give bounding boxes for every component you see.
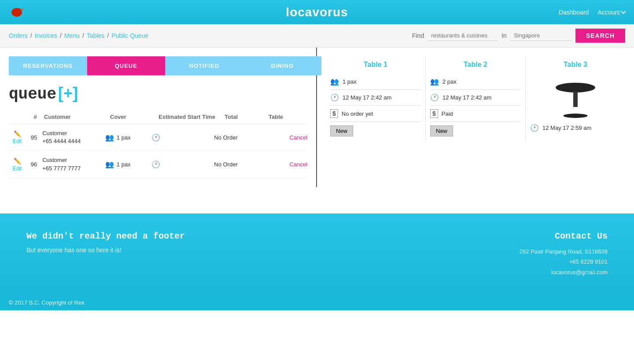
row-total-2: No Order xyxy=(214,161,256,168)
logo xyxy=(9,4,26,21)
table-1-col: Table 1 👥 1 pax 🕐 12 May 17 2:42 am $ No… xyxy=(326,56,426,141)
dollar-icon: $ xyxy=(430,109,438,118)
breadcrumb-invoices[interactable]: Invoices xyxy=(35,32,57,39)
footer-left: We didn't really need a footer But every… xyxy=(26,231,185,277)
svg-point-2 xyxy=(18,8,21,11)
contact-heading: Contact Us xyxy=(520,231,608,241)
find-label: Find xyxy=(412,32,424,39)
col-total-header: Total xyxy=(225,114,269,120)
right-panel: Table 1 👥 1 pax 🕐 12 May 17 2:42 am $ No… xyxy=(317,48,634,187)
people-icon: 👥 xyxy=(330,77,339,86)
clock-icon: 🕐 xyxy=(330,93,339,102)
table-2-pax-row: 👥 2 pax xyxy=(430,74,521,90)
search-button[interactable]: SEARCH xyxy=(575,29,625,43)
table-2-pax: 2 pax xyxy=(442,78,457,85)
account-label: Account xyxy=(597,9,620,16)
table-2-col: Table 2 👥 2 pax 🕐 12 May 17 2:42 am $ Pa… xyxy=(426,56,526,141)
table-1-status: No order yet xyxy=(342,110,373,117)
svg-marker-3 xyxy=(21,8,24,11)
people-icon: 👥 xyxy=(430,77,439,86)
dashboard-link[interactable]: Dashboard xyxy=(559,9,589,16)
left-panel: RESERVATIONS QUEUE NOTIFIED DINING Queue… xyxy=(0,48,317,187)
clock-icon: 🕐 xyxy=(151,160,160,169)
clock-icon: 🕐 xyxy=(530,124,539,132)
table-3-time-row: 🕐 12 May 17 2:59 am xyxy=(530,120,621,136)
footer-heading: We didn't really need a footer xyxy=(26,231,185,241)
tabs: RESERVATIONS QUEUE NOTIFIED DINING xyxy=(9,56,321,75)
tab-dining[interactable]: DINING xyxy=(243,56,322,75)
logo-bird-icon xyxy=(9,4,26,21)
dollar-icon: $ xyxy=(330,109,338,118)
table-3-time: 12 May 17 2:59 am xyxy=(542,125,591,131)
queue-table-header: # Customer Cover Estimated Start Time To… xyxy=(9,110,307,124)
edit-label-2: Edit xyxy=(13,165,22,172)
edit-button-2[interactable]: ✏️ Edit xyxy=(9,158,26,172)
edit-button-1[interactable]: ✏️ Edit xyxy=(9,130,26,144)
table-row: ✏️ Edit 95 Customer +65 4444 4444 👥 1 pa… xyxy=(9,124,307,151)
row-cover-1: 👥 1 pax xyxy=(105,133,151,142)
table-3-col: Table 3 🕐 12 May 17 2:59 am xyxy=(526,56,625,141)
row-total-1: No Order xyxy=(214,134,256,141)
copyright: © 2017 B.C. Copyright of Rex xyxy=(0,295,634,310)
table-row: ✏️ Edit 96 Customer +65 7777 7777 👥 1 pa… xyxy=(9,151,307,178)
search-controls: Find In SEARCH xyxy=(412,29,625,43)
account-menu[interactable]: Account xyxy=(597,9,625,16)
cancel-button-2[interactable]: Cancel xyxy=(290,161,307,168)
table-2-time-row: 🕐 12 May 17 2:42 am xyxy=(430,90,521,106)
breadcrumb-tables[interactable]: Tables xyxy=(87,32,104,39)
col-cover-header: Cover xyxy=(110,114,158,120)
table-stem xyxy=(573,92,578,107)
footer-right: Contact Us 262 Pasir Panjang Road, S1186… xyxy=(520,231,608,277)
col-num-header: # xyxy=(26,114,44,120)
breadcrumb: Orders / Invoices / Menu / Tables / Publ… xyxy=(9,32,408,39)
contact-phone: +65 8228 9101 xyxy=(520,257,608,267)
table-2-name: Table 2 xyxy=(430,61,521,69)
contact-email: locavorus@gmail.com xyxy=(520,267,608,277)
table-2-new-button[interactable]: New xyxy=(430,125,453,136)
header: locavorus Dashboard Account xyxy=(0,0,634,24)
footer: We didn't really need a footer But every… xyxy=(0,213,634,295)
table-2-time: 12 May 17 2:42 am xyxy=(442,94,491,101)
table-visual xyxy=(530,74,621,120)
row-cover-2: 👥 1 pax xyxy=(105,160,151,169)
pencil-icon: ✏️ xyxy=(14,158,21,165)
tab-reservations[interactable]: RESERVATIONS xyxy=(9,56,87,75)
tab-notified[interactable]: NOTIFIED xyxy=(165,56,243,75)
copyright-text: © 2017 B.C. Copyright of Rex xyxy=(9,299,84,306)
edit-label-1: Edit xyxy=(13,138,22,144)
row-time-2: 🕐 xyxy=(151,160,214,169)
search-input[interactable] xyxy=(428,30,498,41)
table-1-pax: 1 pax xyxy=(343,78,357,85)
table-1-new-button[interactable]: New xyxy=(330,125,353,136)
people-icon: 👥 xyxy=(105,160,114,169)
table-2-status-row: $ Paid xyxy=(430,106,521,122)
cancel-button-1[interactable]: Cancel xyxy=(290,134,307,141)
table-1-time-row: 🕐 12 May 17 2:42 am xyxy=(330,90,421,106)
table-1-time: 12 May 17 2:42 am xyxy=(343,94,391,101)
col-customer-header: Customer xyxy=(44,114,110,120)
table-3-name: Table 3 xyxy=(530,61,621,69)
table-1-pax-row: 👥 1 pax xyxy=(330,74,421,90)
col-table-header: Table xyxy=(269,114,304,120)
table-3d-icon xyxy=(553,78,597,118)
breadcrumb-menu[interactable]: Menu xyxy=(64,32,80,39)
row-customer-1: Customer +65 4444 4444 xyxy=(42,129,105,145)
row-num-2: 96 xyxy=(26,161,42,168)
footer-subtext: But everyone has one so here it is! xyxy=(26,246,185,254)
account-chevron-icon xyxy=(621,9,626,14)
clock-icon: 🕐 xyxy=(430,93,439,102)
search-bar: Orders / Invoices / Menu / Tables / Publ… xyxy=(0,24,634,48)
people-icon: 👥 xyxy=(105,133,114,142)
row-num-1: 95 xyxy=(26,134,42,141)
tables-grid: Table 1 👥 1 pax 🕐 12 May 17 2:42 am $ No… xyxy=(326,56,625,141)
location-input[interactable] xyxy=(510,30,572,41)
queue-add-button[interactable]: [+] xyxy=(58,84,78,102)
breadcrumb-orders[interactable]: Orders xyxy=(9,32,28,39)
app-title: locavorus xyxy=(286,5,348,19)
row-customer-2: Customer +65 7777 7777 xyxy=(42,156,105,172)
header-nav: Dashboard Account xyxy=(559,9,625,16)
table-base xyxy=(564,114,588,118)
table-1-name: Table 1 xyxy=(330,61,421,69)
row-time-1: 🕐 xyxy=(151,133,214,142)
tab-queue[interactable]: QUEUE xyxy=(87,56,166,75)
